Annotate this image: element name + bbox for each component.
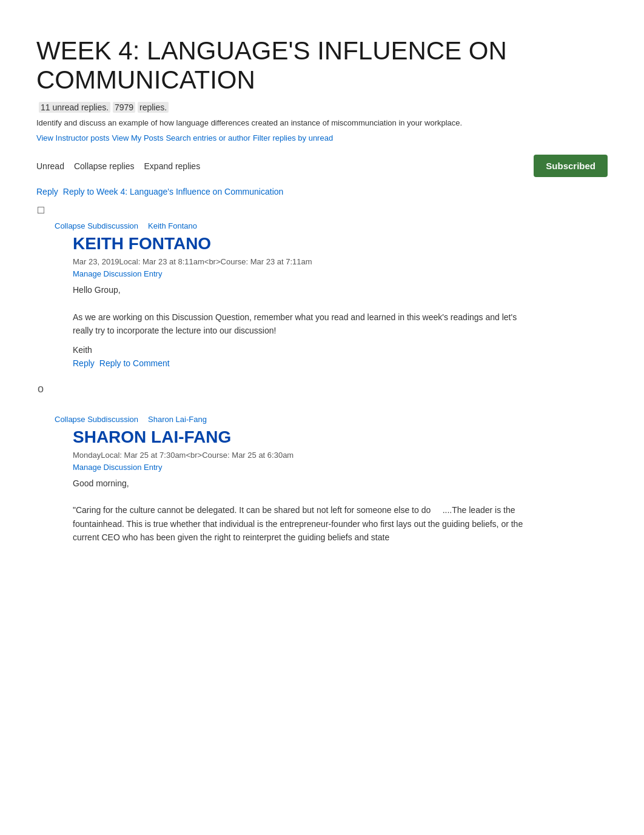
- thread-2-header: Collapse Subdiscussion Sharon Lai-Fang: [55, 415, 608, 424]
- thread-1-author-name: KEITH FONTANO: [73, 234, 608, 253]
- filter-unread-link[interactable]: Filter replies by unread: [253, 133, 333, 143]
- expand-replies-link[interactable]: Expand replies: [144, 161, 201, 171]
- thread-1-author-link[interactable]: Keith Fontano: [148, 221, 197, 230]
- thread-1-header: Collapse Subdiscussion Keith Fontano: [55, 221, 608, 230]
- thread-2-greeting: Good morning,: [73, 477, 534, 490]
- discussion-description: Identify and discuss an example of how l…: [36, 117, 534, 129]
- controls-row: Unread Collapse replies Expand replies S…: [36, 155, 608, 177]
- thread-1-reply-to-comment-link[interactable]: Reply to Comment: [99, 358, 170, 368]
- thread-2-author-link[interactable]: Sharon Lai-Fang: [148, 415, 207, 424]
- manage-discussion-entry-1[interactable]: Manage Discussion Entry: [73, 269, 162, 278]
- thread-1-reply-actions: Reply Reply to Comment: [73, 358, 608, 368]
- main-reply-link[interactable]: Reply: [36, 187, 58, 196]
- unread-marker-1: □: [38, 204, 608, 216]
- thread-1-body: Hello Group, As we are working on this D…: [73, 283, 534, 338]
- thread-2-paragraph: "Caring for the culture cannot be delega…: [73, 503, 534, 544]
- discussion-thread-1: Collapse Subdiscussion Keith Fontano KEI…: [55, 221, 608, 368]
- unread-link[interactable]: Unread: [36, 161, 64, 171]
- unread-replies-label: 11 unread replies.: [39, 102, 110, 113]
- controls-left: Unread Collapse replies Expand replies: [36, 161, 200, 171]
- thread-1-paragraph: As we are working on this Discussion Que…: [73, 310, 534, 338]
- thread-1-signature: Keith: [73, 345, 608, 355]
- search-entries-link[interactable]: Search entries or author: [166, 133, 250, 143]
- thread-1-greeting: Hello Group,: [73, 283, 534, 297]
- collapse-subdiscussion-1-link[interactable]: Collapse Subdiscussion: [55, 221, 138, 230]
- total-replies-suffix: replies.: [138, 102, 169, 113]
- collapse-subdiscussion-2-link[interactable]: Collapse Subdiscussion: [55, 415, 138, 424]
- discussion-thread-2: Collapse Subdiscussion Sharon Lai-Fang S…: [55, 415, 608, 545]
- reply-count: 11 unread replies. 7979 replies.: [36, 102, 608, 112]
- page-title: WEEK 4: LANGUAGE'S INFLUENCE ON COMMUNIC…: [36, 36, 558, 95]
- thread-2-author-name: SHARON LAI-FANG: [73, 428, 608, 447]
- unread-marker-2: o: [38, 383, 608, 395]
- thread-2-post-meta: MondayLocal: Mar 25 at 7:30am<br>Course:…: [73, 451, 608, 460]
- subscribed-button[interactable]: Subscribed: [534, 155, 608, 177]
- view-instructor-link[interactable]: View Instructor posts: [36, 133, 109, 143]
- total-replies-count: 7979: [113, 102, 135, 113]
- view-my-posts-link[interactable]: View My Posts: [112, 133, 163, 143]
- reply-to-week-link[interactable]: Reply to Week 4: Language's Influence on…: [63, 187, 284, 196]
- manage-discussion-entry-2[interactable]: Manage Discussion Entry: [73, 463, 162, 472]
- thread-1-post-meta: Mar 23, 2019Local: Mar 23 at 8:11am<br>C…: [73, 257, 608, 266]
- main-reply-row: Reply Reply to Week 4: Language's Influe…: [36, 187, 608, 196]
- thread-1-reply-link[interactable]: Reply: [73, 358, 95, 368]
- thread-2-body: Good morning, "Caring for the culture ca…: [73, 477, 534, 545]
- toolbar-links: View Instructor posts View My Posts Sear…: [36, 133, 608, 143]
- collapse-replies-link[interactable]: Collapse replies: [74, 161, 135, 171]
